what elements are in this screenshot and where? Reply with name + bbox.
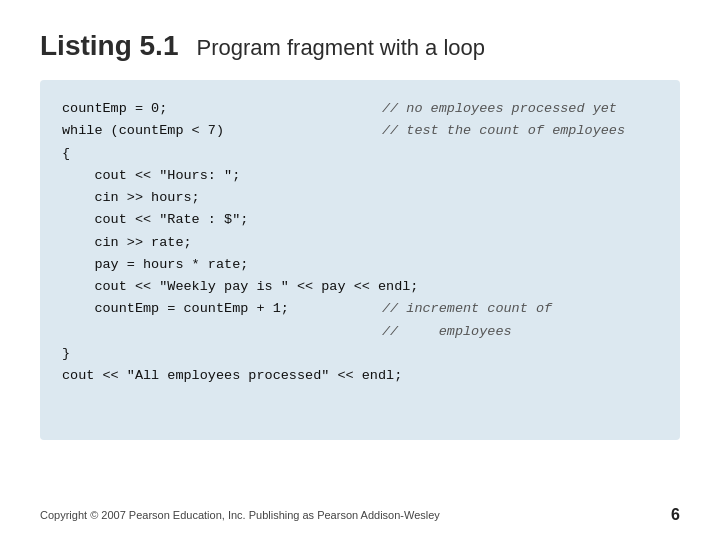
code-right: // employees xyxy=(382,321,512,343)
code-line: } xyxy=(62,343,658,365)
code-left: cout << "Hours: "; xyxy=(62,165,382,187)
code-line: cin >> hours; xyxy=(62,187,658,209)
code-block: countEmp = 0;// no employees processed y… xyxy=(40,80,680,440)
code-left: countEmp = countEmp + 1; xyxy=(62,298,382,320)
listing-subtitle: Program fragment with a loop xyxy=(196,35,485,61)
code-right: // increment count of xyxy=(382,298,552,320)
code-left: { xyxy=(62,143,382,165)
code-line: countEmp = 0;// no employees processed y… xyxy=(62,98,658,120)
slide-container: Listing 5.1 Program fragment with a loop… xyxy=(0,0,720,540)
code-line: pay = hours * rate; xyxy=(62,254,658,276)
code-left: countEmp = 0; xyxy=(62,98,382,120)
code-line: cout << "Rate : $"; xyxy=(62,209,658,231)
code-left: } xyxy=(62,343,382,365)
code-line: cout << "Hours: "; xyxy=(62,165,658,187)
code-line: // employees xyxy=(62,321,658,343)
code-left: cout << "Weekly pay is " << pay << endl; xyxy=(62,276,418,298)
code-line: countEmp = countEmp + 1;// increment cou… xyxy=(62,298,658,320)
listing-title: Listing 5.1 xyxy=(40,30,178,62)
code-left: cout << "All employees processed" << end… xyxy=(62,365,402,387)
code-line: { xyxy=(62,143,658,165)
code-line: cout << "All employees processed" << end… xyxy=(62,365,658,387)
code-left xyxy=(62,321,382,343)
code-left: cin >> hours; xyxy=(62,187,382,209)
code-right: // no employees processed yet xyxy=(382,98,617,120)
code-line: while (countEmp < 7)// test the count of… xyxy=(62,120,658,142)
page-number: 6 xyxy=(671,506,680,524)
slide-footer: Copyright © 2007 Pearson Education, Inc.… xyxy=(40,506,680,524)
code-line: cout << "Weekly pay is " << pay << endl; xyxy=(62,276,658,298)
code-left: cout << "Rate : $"; xyxy=(62,209,382,231)
code-left: cin >> rate; xyxy=(62,232,382,254)
code-right: // test the count of employees xyxy=(382,120,625,142)
code-line: cin >> rate; xyxy=(62,232,658,254)
slide-header: Listing 5.1 Program fragment with a loop xyxy=(40,30,680,62)
code-left: pay = hours * rate; xyxy=(62,254,382,276)
copyright-text: Copyright © 2007 Pearson Education, Inc.… xyxy=(40,509,440,521)
code-left: while (countEmp < 7) xyxy=(62,120,382,142)
